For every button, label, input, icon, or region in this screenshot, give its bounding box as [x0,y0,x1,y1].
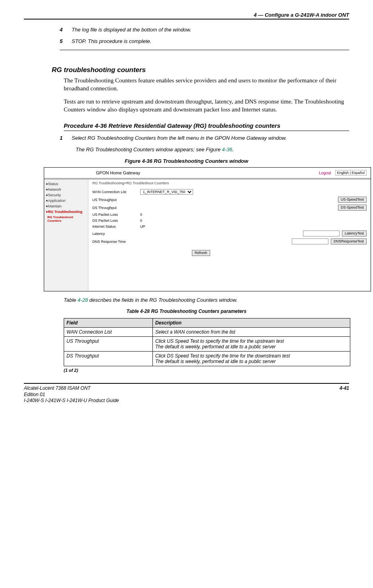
language-selector[interactable]: English | Español [335,170,367,176]
table-pagination: (1 of 2) [64,368,349,373]
sidebar-nav: ●Status ●Network ●Security ●Application … [44,180,88,291]
footer-line1: Alcatel-Lucent 7368 ISAM ONT [24,385,119,392]
note-text-a: The RG Troubleshooting Counters window a… [76,147,222,152]
internet-status-label: Internet Status [92,225,140,229]
th-field: Field [64,318,153,328]
breadcrumb: RG Troubleshooting>RG Troubleshoot Count… [92,181,367,185]
step-5: 5 STOP. This procedure is complete. [60,38,349,44]
latency-test-button[interactable]: LatencyTest [342,231,367,236]
cell-field: WAN Connection List [64,328,153,337]
parameters-table: Field Description WAN Connection List Se… [64,318,350,366]
latency-input[interactable] [303,231,340,236]
us-packetloss-label: US Packet Loss [92,213,140,217]
table-row: DS Throughput Click DS Speed Test to spe… [64,352,350,366]
us-throughput-label: US Throughput [92,198,140,202]
step-text: Select RG Troubleshooting Counters from … [72,135,287,141]
intro-a: Table [64,297,78,303]
separator-line [60,50,349,50]
row-wan: WAN Connection List 1_INTERNET_R_VID_750 [92,189,367,195]
step-list: 4 The log file is displayed at the botto… [60,27,349,44]
screenshot-main: RG Troubleshooting>RG Troubleshoot Count… [88,180,371,291]
step-text: STOP. This procedure is complete. [72,38,151,44]
us-speedtest-button[interactable]: US-SpeedTest [338,197,367,203]
page-number: 4-41 [340,385,349,404]
ds-speedtest-button[interactable]: DS-SpeedTest [338,205,367,211]
row-us-packetloss: US Packet Loss 0 [92,213,367,217]
step-4: 4 The log file is displayed at the botto… [60,27,349,33]
dns-test-button[interactable]: DNSResponseTest [331,238,367,244]
cell-field: US Throughput [64,337,153,352]
nav-maintain[interactable]: ●Maintain [44,203,88,209]
procedure-step-1: 1 Select RG Troubleshooting Counters fro… [60,135,349,141]
row-ds-packetloss: DS Packet Loss 0 [92,219,367,223]
table-intro-text: Table 4-28 describes the fields in the R… [64,297,349,303]
ds-packetloss-label: DS Packet Loss [92,219,140,223]
cell-desc: Click DS Speed Test to specify the time … [153,352,350,366]
nav-application[interactable]: ●Application [44,198,88,203]
paragraph-2: Tests are run to retrieve upstream and d… [64,98,349,114]
table-row: US Throughput Click US Speed Test to spe… [64,337,350,352]
row-dns: DNS Response Time DNSResponseTest [92,238,367,244]
footer-left: Alcatel-Lucent 7368 ISAM ONT Edition 01 … [24,385,119,404]
intro-b: describes the fields in the RG Troublesh… [88,297,238,303]
th-description: Description [153,318,350,328]
wan-select[interactable]: 1_INTERNET_R_VID_750 [140,189,193,195]
row-internet-status: Internet Status UP [92,225,367,229]
us-packetloss-value: 0 [140,213,220,217]
ds-throughput-label: DS Throughput [92,206,140,210]
note-text-b: . [232,147,234,152]
table-link[interactable]: 4-28 [78,297,88,303]
latency-label: Latency [92,232,140,236]
table-header-row: Field Description [64,318,350,328]
nav-network[interactable]: ●Network [44,187,88,192]
procedure-heading: Procedure 4-36 Retrieve Residential Gate… [64,122,349,129]
figure-caption: Figure 4-36 RG Troubleshooting Counters … [24,158,349,164]
figure-link[interactable]: 4-36 [222,147,232,152]
page-footer: Alcatel-Lucent 7368 ISAM ONT Edition 01 … [24,383,349,404]
screenshot-body: ●Status ●Network ●Security ●Application … [44,180,371,291]
footer-line2: Edition 01 [24,392,119,398]
row-ds-throughput: DS Throughput DS-SpeedTest [92,205,367,211]
wan-label: WAN Connection List [92,190,140,194]
cell-desc: Select a WAN connection from the list [153,328,350,337]
section-heading: RG troubleshooting counters [52,66,349,74]
internet-status-value: UP [140,225,220,229]
logout-link[interactable]: Logout [319,171,331,175]
step-number: 4 [60,27,72,33]
procedure-steps: 1 Select RG Troubleshooting Counters fro… [60,135,349,141]
footer-line3: I-240W-S I-241W-S I-241W-U Product Guide [24,398,119,404]
nav-status[interactable]: ●Status [44,181,88,187]
step-text: The log file is displayed at the bottom … [72,27,191,33]
table-caption: Table 4-28 RG Troubleshooting Counters p… [24,309,349,314]
step-number: 5 [60,38,72,44]
dns-input[interactable] [292,238,328,244]
procedure-rule [64,131,349,131]
refresh-button[interactable]: Refresh [192,250,210,256]
nav-rg-counters[interactable]: RG Troubleshoot Counters [44,215,88,223]
dns-label: DNS Response Time [92,240,140,244]
wan-value: 1_INTERNET_R_VID_750 [140,189,220,195]
step-1-note: The RG Troubleshooting Counters window a… [76,147,349,152]
cell-field: DS Throughput [64,352,153,366]
step-number: 1 [60,135,72,141]
nav-rg-troubleshooting[interactable]: ●RG Troubleshooting [44,209,88,215]
cell-desc: Click US Speed Test to specify the time … [153,337,350,352]
screenshot-header: GPON Home Gateway Logout English | Españ… [44,168,371,180]
app-title: GPON Home Gateway [80,170,319,175]
paragraph-1: The Troubleshooting Counters feature ena… [64,76,349,93]
row-latency: Latency LatencyTest [92,231,367,236]
nav-security[interactable]: ●Security [44,192,88,198]
table-row: WAN Connection List Select a WAN connect… [64,328,350,337]
screenshot-window: GPON Home Gateway Logout English | Españ… [44,167,371,291]
ds-packetloss-value: 0 [140,219,220,223]
page-header: 4 — Configure a G-241W-A indoor ONT [24,12,349,20]
row-us-throughput: US Throughput US-SpeedTest [92,197,367,203]
